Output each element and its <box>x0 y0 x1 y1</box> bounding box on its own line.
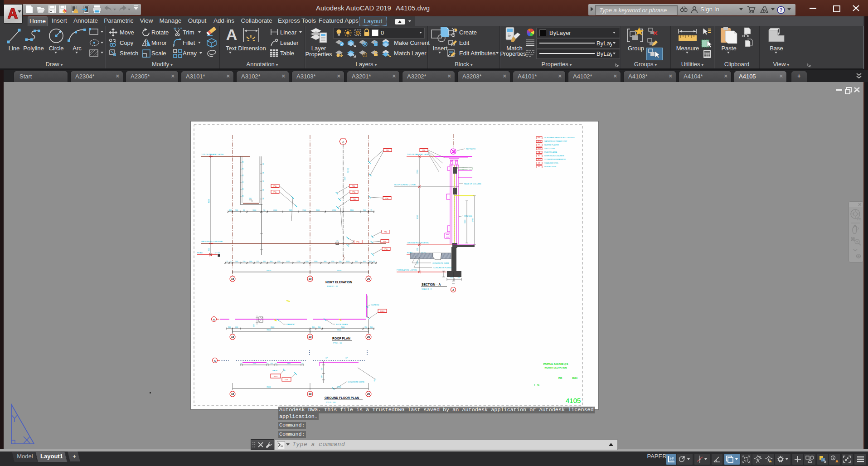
svg-text:PTS: PTS <box>373 378 377 382</box>
svg-text:STONE LEDGE SEPARATOR: STONE LEDGE SEPARATOR <box>544 159 566 160</box>
svg-text:A: A <box>342 141 344 143</box>
svg-text:450: 450 <box>321 368 323 370</box>
svg-text:50: 50 <box>243 209 245 211</box>
svg-text:2D: 2D <box>857 217 861 221</box>
svg-text:1250: 1250 <box>296 261 300 262</box>
svg-text:75: 75 <box>370 209 372 211</box>
svg-text:150: 150 <box>229 209 232 211</box>
svg-text:200: 200 <box>370 326 373 328</box>
svg-text:VNS: VNS <box>538 148 541 150</box>
svg-text:2350: 2350 <box>332 209 336 211</box>
svg-text:WIN SILL: WIN SILL <box>464 215 473 217</box>
svg-text:REINFORCED CONCRETE: REINFORCED CONCRETE <box>544 155 564 157</box>
svg-text:EQ EQ: EQ EQ <box>347 168 349 173</box>
svg-text:1100: 1100 <box>286 261 290 262</box>
svg-text:CONCRETE CURB: CONCRETE CURB <box>432 262 449 264</box>
svg-text:800: 800 <box>249 261 252 262</box>
svg-text:20: 20 <box>367 335 370 338</box>
svg-text:18: 18 <box>231 335 234 338</box>
svg-text:CP: CP <box>325 357 328 359</box>
svg-text:D03: D03 <box>285 379 288 381</box>
svg-text:1500: 1500 <box>302 209 306 211</box>
svg-text:PNL: PNL <box>353 191 356 193</box>
svg-text:150: 150 <box>242 261 245 262</box>
svg-text:150: 150 <box>249 198 252 199</box>
svg-text:8500: 8500 <box>267 269 271 272</box>
svg-text:90: 90 <box>242 195 244 197</box>
svg-text:200: 200 <box>457 277 460 279</box>
svg-text:PAINTED STEEL: PAINTED STEEL <box>544 166 557 168</box>
svg-text:P03: P03 <box>558 377 563 379</box>
svg-text:SLS: SLS <box>538 159 540 160</box>
svg-text:1500: 1500 <box>464 220 466 223</box>
svg-text:350: 350 <box>228 326 231 328</box>
svg-text:50: 50 <box>263 209 265 211</box>
svg-text:900: 900 <box>363 209 366 211</box>
svg-text:50: 50 <box>275 363 276 364</box>
svg-text:PNL: PNL <box>422 150 426 151</box>
svg-text:7000: 7000 <box>341 326 344 328</box>
svg-text:GRC: GRC <box>538 137 541 139</box>
svg-text:900: 900 <box>324 261 326 262</box>
svg-text:90: 90 <box>242 188 244 190</box>
svg-text:GLASSFIBRE REINFORCED CONCRETE: GLASSFIBRE REINFORCED CONCRETE <box>544 137 575 139</box>
svg-text:NORTH ELEVATION: NORTH ELEVATION <box>545 366 567 369</box>
svg-text:400: 400 <box>369 261 372 262</box>
svg-text:SCALE 1 : 8: SCALE 1 : 8 <box>422 288 432 290</box>
svg-text:GATE: GATE <box>272 369 277 372</box>
svg-text:90: 90 <box>262 180 264 182</box>
svg-text:PAINTED PLASTER: PAINTED PLASTER <box>544 144 559 146</box>
svg-text:1400: 1400 <box>287 363 291 364</box>
svg-text:650: 650 <box>305 261 308 262</box>
svg-text:20: 20 <box>367 393 370 395</box>
svg-text:CONCRETE FOUND: CONCRETE FOUND <box>433 267 451 269</box>
svg-text:PNL: PNL <box>274 185 277 187</box>
svg-text:ST: ST <box>538 162 540 164</box>
svg-text:PNL: PNL <box>385 248 388 250</box>
svg-text:1200: 1200 <box>314 261 317 262</box>
svg-text:ROOF SCREED + LEVEL: ROOF SCREED + LEVEL <box>394 184 417 186</box>
svg-text:2350: 2350 <box>350 209 354 211</box>
svg-text:7500: 7500 <box>337 269 341 272</box>
svg-text:A: A <box>226 26 238 43</box>
svg-text:ROOF DRAIN: ROOF DRAIN <box>336 323 348 325</box>
svg-text:350: 350 <box>270 363 273 364</box>
svg-text:90: 90 <box>262 198 264 199</box>
svg-text:8500: 8500 <box>267 329 271 331</box>
svg-text:45: 45 <box>373 261 375 262</box>
svg-text:950: 950 <box>417 248 418 251</box>
svg-text:PLANTING AREA: PLANTING AREA <box>544 151 557 153</box>
svg-text:PARTIAL FACADE @S: PARTIAL FACADE @S <box>543 363 568 365</box>
svg-text:FACE OF COLUMN: FACE OF COLUMN <box>464 183 481 185</box>
svg-text:200: 200 <box>318 326 320 328</box>
svg-text:A: A <box>213 318 215 321</box>
svg-text:350: 350 <box>364 326 367 328</box>
svg-text:REF NOTE: REF NOTE <box>466 148 475 150</box>
svg-text:CP: CP <box>345 357 348 359</box>
svg-text:PARAPET: PARAPET <box>286 323 296 325</box>
svg-text:850: 850 <box>277 261 280 262</box>
svg-text:950: 950 <box>355 261 358 262</box>
svg-text:8000: 8000 <box>271 326 274 328</box>
svg-text:2125: 2125 <box>289 209 292 211</box>
svg-text:850: 850 <box>363 261 366 262</box>
svg-text:950: 950 <box>208 248 210 251</box>
svg-text:SECTION – A: SECTION – A <box>422 283 441 286</box>
svg-text:700: 700 <box>339 261 341 262</box>
svg-text:1500: 1500 <box>344 177 346 180</box>
svg-text:PNL: PNL <box>386 150 389 151</box>
svg-text:1000: 1000 <box>346 261 349 262</box>
svg-text:19: 19 <box>309 393 312 395</box>
svg-text:FOUNDATION + LEVEL: FOUNDATION + LEVEL <box>397 269 417 271</box>
svg-text:+ 27.00: + 27.00 <box>213 252 220 254</box>
svg-text:500: 500 <box>450 277 453 279</box>
svg-text:4105: 4105 <box>566 397 581 404</box>
svg-text:PTS 1 : 100: PTS 1 : 100 <box>326 401 336 403</box>
svg-text:90: 90 <box>242 168 244 170</box>
svg-text:1 : 50: 1 : 50 <box>534 384 539 387</box>
svg-text:PNL: PNL <box>384 231 388 233</box>
svg-text:2700: 2700 <box>472 218 474 222</box>
svg-text:WATERPROOF TIMBER STRIP: WATERPROOF TIMBER STRIP <box>544 141 567 142</box>
svg-text:90: 90 <box>262 172 264 174</box>
svg-text:PTS 1 : 50: PTS 1 : 50 <box>333 342 342 344</box>
